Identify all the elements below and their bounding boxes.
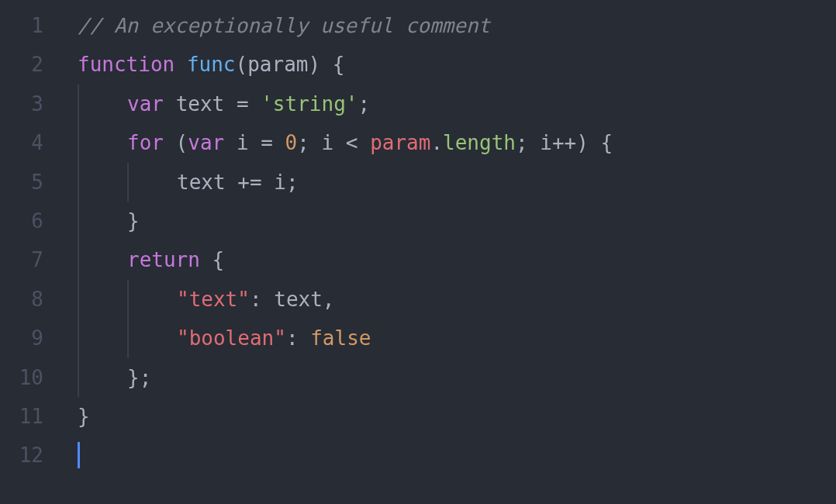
token-str: 'string' bbox=[261, 92, 358, 116]
code-line[interactable]: }; bbox=[62, 358, 836, 397]
token-punc bbox=[273, 131, 285, 154]
token-punc: { bbox=[200, 248, 224, 271]
token-var: i bbox=[540, 131, 552, 154]
token-punc: ( bbox=[164, 131, 188, 154]
token-keyword: var bbox=[127, 92, 164, 116]
line-number: 9 bbox=[0, 319, 43, 357]
line-number: 11 bbox=[0, 397, 43, 436]
token-num: 0 bbox=[285, 131, 298, 154]
token-punc: , bbox=[323, 288, 335, 311]
token-key: "boolean" bbox=[177, 326, 286, 350]
token-op: = bbox=[237, 92, 249, 116]
code-line[interactable]: for (var i = 0; i < param.length; i++) { bbox=[62, 123, 836, 162]
token-key: param bbox=[370, 131, 430, 154]
token-op: += bbox=[237, 171, 261, 194]
line-number: 12 bbox=[0, 436, 43, 475]
code-line[interactable]: } bbox=[62, 202, 836, 240]
code-line[interactable]: "boolean": false bbox=[62, 319, 836, 357]
token-punc: . bbox=[430, 131, 443, 154]
token-punc bbox=[174, 53, 187, 76]
token-funcname: func bbox=[187, 53, 236, 76]
token-punc: : bbox=[286, 326, 310, 350]
token-punc: ; bbox=[297, 131, 321, 154]
token-punc: ( bbox=[236, 53, 248, 76]
token-punc bbox=[164, 92, 176, 116]
code-line[interactable]: var text = 'string'; bbox=[62, 85, 836, 123]
code-line[interactable] bbox=[62, 436, 836, 475]
code-line[interactable]: function func(param) { bbox=[62, 45, 836, 84]
token-punc bbox=[262, 171, 275, 194]
line-number-gutter: 123456789101112 bbox=[0, 6, 62, 504]
token-key: "text" bbox=[177, 288, 250, 311]
token-keyword: function bbox=[78, 53, 174, 76]
line-number: 8 bbox=[0, 280, 43, 319]
token-var: text bbox=[274, 288, 323, 311]
text-cursor bbox=[78, 442, 80, 468]
indent-guide bbox=[78, 319, 79, 357]
line-number: 6 bbox=[0, 202, 43, 240]
code-area[interactable]: // An exceptionally useful commentfuncti… bbox=[62, 6, 836, 504]
token-punc: ) { bbox=[308, 53, 344, 76]
code-line[interactable]: // An exceptionally useful comment bbox=[62, 6, 836, 45]
indent-guide bbox=[78, 240, 79, 279]
token-punc: : bbox=[250, 288, 274, 311]
indent-guide bbox=[78, 202, 79, 240]
code-line[interactable]: "text": text, bbox=[62, 280, 836, 319]
indent-guide bbox=[78, 358, 79, 397]
code-editor[interactable]: 123456789101112 // An exceptionally usef… bbox=[0, 0, 836, 504]
line-number: 4 bbox=[0, 123, 43, 162]
token-punc: }; bbox=[127, 366, 151, 389]
indent-guide bbox=[78, 85, 79, 123]
token-punc bbox=[358, 131, 370, 154]
token-op: < bbox=[346, 131, 358, 154]
indent-guide bbox=[78, 163, 79, 202]
token-const: false bbox=[310, 326, 371, 350]
token-var: text bbox=[176, 92, 237, 116]
token-var: i bbox=[322, 131, 346, 154]
line-number: 10 bbox=[0, 358, 43, 397]
line-number: 3 bbox=[0, 85, 43, 123]
indent-guide bbox=[78, 123, 79, 162]
line-number: 7 bbox=[0, 240, 43, 279]
indent-guide bbox=[127, 163, 129, 202]
token-punc: ; bbox=[516, 131, 540, 154]
token-punc: } bbox=[78, 405, 90, 428]
token-comment: // An exceptionally useful comment bbox=[78, 14, 490, 37]
token-var: i bbox=[237, 131, 261, 154]
token-keyword: return bbox=[127, 248, 200, 271]
token-var: text bbox=[177, 171, 237, 194]
line-number: 2 bbox=[0, 45, 43, 84]
code-line[interactable]: text += i; bbox=[62, 163, 836, 202]
code-line[interactable]: } bbox=[62, 397, 836, 436]
token-punc: ; bbox=[286, 171, 299, 194]
token-prop2: length bbox=[443, 131, 516, 154]
token-punc: ; bbox=[358, 92, 370, 116]
token-punc bbox=[249, 92, 261, 116]
token-punc bbox=[224, 131, 237, 154]
token-op: ++ bbox=[552, 131, 576, 154]
token-param: param bbox=[247, 53, 308, 76]
token-keyword: var bbox=[188, 131, 224, 154]
token-keyword: for bbox=[127, 131, 164, 154]
indent-guide bbox=[127, 280, 129, 319]
token-punc: } bbox=[127, 209, 140, 233]
indent-guide bbox=[78, 280, 79, 319]
line-number: 1 bbox=[0, 6, 43, 45]
token-punc: ) { bbox=[576, 131, 613, 154]
indent-guide bbox=[127, 319, 129, 357]
token-var: i bbox=[274, 171, 286, 194]
token-op: = bbox=[261, 131, 273, 154]
code-line[interactable]: return { bbox=[62, 240, 836, 279]
line-number: 5 bbox=[0, 163, 43, 202]
